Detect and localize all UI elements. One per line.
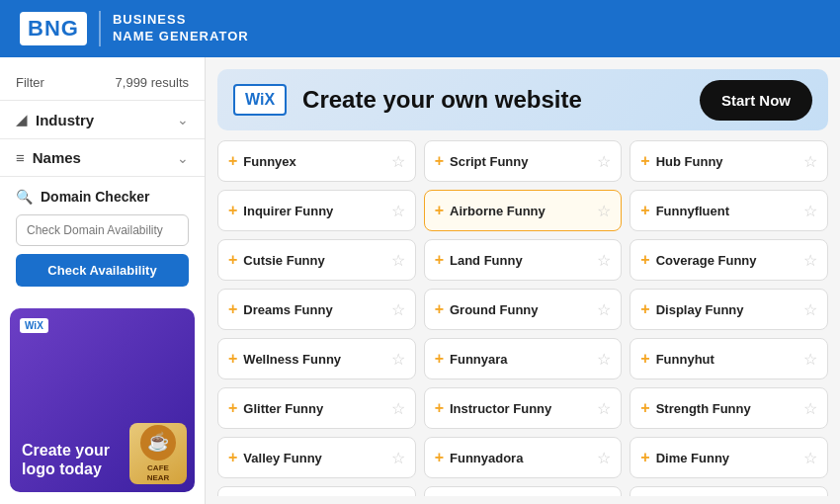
name-item[interactable]: + Instructor Funny ☆ — [424, 387, 623, 429]
industry-filter[interactable]: ◢ Industry ⌄ — [0, 100, 205, 138]
logo-bng[interactable]: BNG — [20, 12, 87, 45]
name-item[interactable]: + Land Funny ☆ — [424, 239, 623, 281]
favorite-icon[interactable]: ☆ — [391, 399, 405, 418]
favorite-icon[interactable]: ☆ — [803, 300, 817, 319]
name-text: Airborne Funny — [450, 204, 546, 218]
favorite-icon[interactable]: ☆ — [597, 202, 611, 220]
main-layout: Filter 7,999 results ◢ Industry ⌄ ≡ Name… — [0, 57, 840, 504]
name-text: Instructor Funny — [450, 401, 551, 416]
filter-label: Filter — [16, 75, 44, 90]
plus-icon: + — [640, 399, 649, 417]
favorite-icon[interactable]: ☆ — [391, 350, 405, 369]
name-item[interactable]: + Script Funny ☆ — [424, 140, 623, 182]
name-item[interactable]: + Glitter Funny ☆ — [217, 387, 416, 429]
names-filter[interactable]: ≡ Names ⌄ — [0, 138, 205, 176]
name-item[interactable]: + Funnyex ☆ — [217, 140, 416, 182]
name-item[interactable]: + Display Funny ☆ — [630, 289, 828, 330]
plus-icon: + — [640, 350, 649, 368]
favorite-icon[interactable]: ☆ — [803, 449, 817, 467]
plus-icon: + — [435, 449, 444, 466]
plus-icon: + — [228, 399, 237, 417]
favorite-icon[interactable]: ☆ — [391, 152, 405, 171]
favorite-icon[interactable]: ☆ — [597, 152, 611, 171]
plus-icon: + — [435, 152, 444, 170]
logo-text: BUSINESS NAME GENERATOR — [113, 12, 249, 45]
name-item[interactable]: + Draft Funny ☆ — [630, 486, 828, 496]
results-count: 7,999 results — [116, 75, 189, 90]
name-item[interactable]: + Airborne Funny ☆ — [424, 190, 623, 231]
favorite-icon[interactable]: ☆ — [597, 300, 611, 319]
plus-icon: + — [640, 251, 649, 269]
favorite-icon[interactable]: ☆ — [803, 350, 817, 369]
plus-icon: + — [640, 152, 649, 170]
name-text: Wellness Funny — [243, 352, 341, 367]
name-text: Hub Funny — [656, 154, 723, 169]
favorite-icon[interactable]: ☆ — [391, 300, 405, 319]
name-text: Script Funny — [450, 154, 528, 169]
wix-banner-text: Create your own website — [302, 86, 684, 114]
favorite-icon[interactable]: ☆ — [803, 251, 817, 270]
name-item[interactable]: + Funnyara ☆ — [424, 338, 623, 379]
favorite-icon[interactable]: ☆ — [597, 449, 611, 467]
name-item[interactable]: + Coverage Funny ☆ — [630, 239, 828, 281]
header: BNG BUSINESS NAME GENERATOR — [0, 0, 840, 57]
plus-icon: + — [435, 350, 444, 368]
name-item[interactable]: + Dreams Funny ☆ — [217, 289, 416, 330]
name-item[interactable]: + Inquirer Funny ☆ — [217, 190, 416, 231]
name-text: Cutsie Funny — [243, 253, 324, 268]
name-item[interactable]: + Ground Funny ☆ — [424, 289, 623, 330]
favorite-icon[interactable]: ☆ — [597, 350, 611, 369]
sidebar-wix-label: WiX — [20, 318, 48, 333]
name-item[interactable]: + Funnyhut ☆ — [630, 338, 828, 379]
names-grid: + Funnyex ☆ + Script Funny ☆ + Hub Funny… — [217, 140, 828, 496]
name-text: Dime Funny — [656, 451, 729, 465]
name-item[interactable]: + Valley Funny ☆ — [217, 437, 416, 478]
filter-header: Filter 7,999 results — [0, 69, 205, 100]
favorite-icon[interactable]: ☆ — [597, 399, 611, 418]
names-label: Names — [33, 149, 81, 166]
industry-label: Industry — [36, 112, 94, 128]
name-item[interactable]: + Strength Funny ☆ — [630, 387, 828, 429]
name-text: Glitter Funny — [243, 401, 323, 416]
favorite-icon[interactable]: ☆ — [391, 202, 405, 220]
favorite-icon[interactable]: ☆ — [803, 152, 817, 171]
name-text: Funnyfluent — [656, 204, 729, 218]
name-item[interactable]: + Cutsie Funny ☆ — [217, 239, 416, 281]
name-item[interactable]: + Dime Funny ☆ — [630, 437, 828, 478]
name-item[interactable]: + Wink Funny ☆ — [424, 486, 623, 496]
favorite-icon[interactable]: ☆ — [597, 251, 611, 270]
name-text: Funnyex — [243, 154, 295, 169]
plus-icon: + — [435, 251, 444, 269]
sidebar-wix-promo[interactable]: WiX Create your logo today ☕ CAFENEAR — [10, 308, 195, 492]
favorite-icon[interactable]: ☆ — [391, 251, 405, 270]
filter-funnel-icon: ◢ — [16, 111, 28, 128]
plus-icon: + — [435, 399, 444, 417]
name-item[interactable]: + Labs Funny ☆ — [217, 486, 416, 496]
start-now-button[interactable]: Start Now — [700, 80, 812, 121]
content-area: WiX Create your own website Start Now + … — [206, 57, 840, 504]
logo-divider — [99, 11, 101, 46]
plus-icon: + — [228, 350, 237, 368]
plus-icon: + — [228, 251, 237, 269]
name-text: Ground Funny — [450, 302, 539, 317]
names-lines-icon: ≡ — [16, 149, 25, 166]
sidebar: Filter 7,999 results ◢ Industry ⌄ ≡ Name… — [0, 57, 206, 504]
plus-icon: + — [435, 300, 444, 318]
name-item[interactable]: + Wellness Funny ☆ — [217, 338, 416, 379]
name-item[interactable]: + Hub Funny ☆ — [630, 140, 828, 182]
name-text: Valley Funny — [243, 451, 321, 465]
name-text: Land Funny — [450, 253, 523, 268]
domain-input[interactable] — [16, 214, 189, 246]
plus-icon: + — [640, 300, 649, 318]
favorite-icon[interactable]: ☆ — [803, 202, 817, 220]
name-text: Coverage Funny — [656, 253, 757, 268]
logo-area: BNG BUSINESS NAME GENERATOR — [20, 11, 249, 46]
name-item[interactable]: + Funnyfluent ☆ — [630, 190, 828, 231]
check-availability-button[interactable]: Check Availability — [16, 254, 189, 287]
chevron-down-icon: ⌄ — [177, 112, 189, 127]
plus-icon: + — [228, 449, 237, 466]
favorite-icon[interactable]: ☆ — [803, 399, 817, 418]
favorite-icon[interactable]: ☆ — [391, 449, 405, 467]
name-item[interactable]: + Funnyadora ☆ — [424, 437, 623, 478]
plus-icon: + — [640, 449, 649, 466]
